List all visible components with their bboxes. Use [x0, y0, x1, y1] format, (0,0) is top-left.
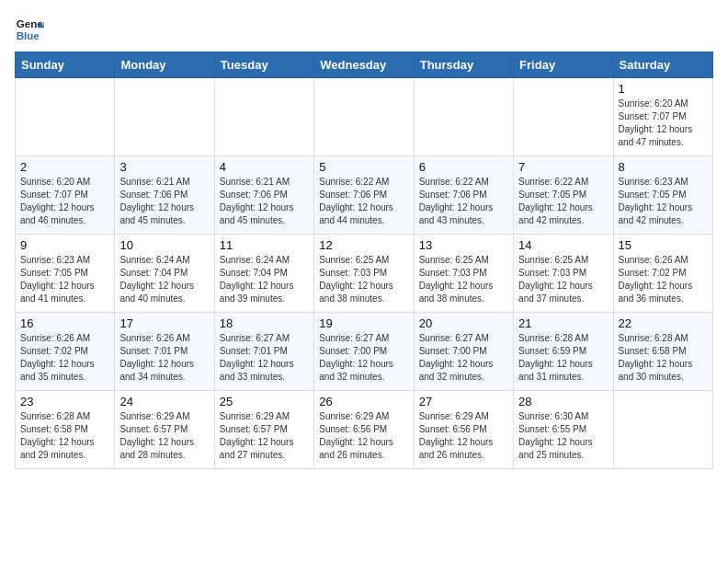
day-number: 14 [518, 238, 608, 252]
day-number: 21 [518, 316, 608, 330]
day-info: Sunrise: 6:25 AM Sunset: 7:03 PM Dayligh… [419, 254, 508, 305]
day-of-week-header: Sunday [16, 52, 115, 78]
logo-icon: General Blue [15, 15, 44, 44]
day-number: 23 [20, 395, 109, 408]
calendar-cell: 2Sunrise: 6:20 AM Sunset: 7:07 PM Daylig… [16, 156, 115, 235]
calendar-cell: 12Sunrise: 6:25 AM Sunset: 7:03 PM Dayli… [314, 235, 414, 313]
day-info: Sunrise: 6:28 AM Sunset: 6:59 PM Dayligh… [518, 332, 608, 384]
calendar-cell: 21Sunrise: 6:28 AM Sunset: 6:59 PM Dayli… [514, 313, 613, 391]
calendar-week-row: 2Sunrise: 6:20 AM Sunset: 7:07 PM Daylig… [16, 156, 713, 235]
day-of-week-header: Wednesday [314, 52, 414, 78]
day-number: 10 [119, 238, 209, 252]
day-info: Sunrise: 6:29 AM Sunset: 6:57 PM Dayligh… [220, 410, 309, 462]
calendar-week-row: 9Sunrise: 6:23 AM Sunset: 7:05 PM Daylig… [16, 235, 713, 313]
day-info: Sunrise: 6:22 AM Sunset: 7:05 PM Dayligh… [518, 176, 608, 227]
day-info: Sunrise: 6:27 AM Sunset: 7:00 PM Dayligh… [419, 332, 508, 384]
day-number: 27 [419, 395, 508, 408]
day-of-week-header: Tuesday [214, 52, 313, 78]
calendar-cell [214, 78, 313, 156]
calendar-cell: 9Sunrise: 6:23 AM Sunset: 7:05 PM Daylig… [16, 235, 115, 313]
calendar-cell: 7Sunrise: 6:22 AM Sunset: 7:05 PM Daylig… [514, 156, 613, 235]
calendar-cell: 25Sunrise: 6:29 AM Sunset: 6:57 PM Dayli… [214, 391, 313, 469]
calendar-cell: 20Sunrise: 6:27 AM Sunset: 7:00 PM Dayli… [414, 313, 513, 391]
calendar-cell: 27Sunrise: 6:29 AM Sunset: 6:56 PM Dayli… [414, 391, 513, 469]
calendar-cell: 18Sunrise: 6:27 AM Sunset: 7:01 PM Dayli… [214, 313, 313, 391]
calendar-cell: 8Sunrise: 6:23 AM Sunset: 7:05 PM Daylig… [613, 156, 712, 235]
day-info: Sunrise: 6:22 AM Sunset: 7:06 PM Dayligh… [319, 176, 408, 227]
calendar-cell [16, 78, 115, 156]
day-info: Sunrise: 6:28 AM Sunset: 6:58 PM Dayligh… [619, 332, 708, 384]
day-info: Sunrise: 6:21 AM Sunset: 7:06 PM Dayligh… [220, 176, 309, 227]
day-of-week-header: Monday [115, 52, 214, 78]
day-info: Sunrise: 6:25 AM Sunset: 7:03 PM Dayligh… [518, 254, 608, 305]
calendar-week-row: 23Sunrise: 6:28 AM Sunset: 6:58 PM Dayli… [16, 391, 713, 469]
day-info: Sunrise: 6:24 AM Sunset: 7:04 PM Dayligh… [220, 254, 309, 305]
calendar-cell: 10Sunrise: 6:24 AM Sunset: 7:04 PM Dayli… [115, 235, 214, 313]
day-info: Sunrise: 6:25 AM Sunset: 7:03 PM Dayligh… [319, 254, 408, 305]
day-info: Sunrise: 6:27 AM Sunset: 7:01 PM Dayligh… [220, 332, 309, 384]
day-info: Sunrise: 6:29 AM Sunset: 6:57 PM Dayligh… [119, 410, 209, 462]
calendar-cell: 6Sunrise: 6:22 AM Sunset: 7:06 PM Daylig… [414, 156, 513, 235]
day-info: Sunrise: 6:24 AM Sunset: 7:04 PM Dayligh… [119, 254, 209, 305]
day-number: 26 [319, 395, 408, 408]
day-info: Sunrise: 6:23 AM Sunset: 7:05 PM Dayligh… [20, 254, 109, 305]
day-number: 13 [419, 238, 508, 252]
day-number: 4 [220, 160, 309, 174]
calendar-cell: 26Sunrise: 6:29 AM Sunset: 6:56 PM Dayli… [314, 391, 414, 469]
day-info: Sunrise: 6:26 AM Sunset: 7:01 PM Dayligh… [119, 332, 209, 384]
calendar-cell: 14Sunrise: 6:25 AM Sunset: 7:03 PM Dayli… [514, 235, 613, 313]
day-info: Sunrise: 6:30 AM Sunset: 6:55 PM Dayligh… [518, 410, 608, 462]
calendar-header-row: SundayMondayTuesdayWednesdayThursdayFrid… [16, 52, 713, 78]
day-number: 11 [220, 238, 309, 252]
day-number: 16 [20, 316, 109, 330]
day-number: 3 [119, 160, 209, 174]
calendar-week-row: 16Sunrise: 6:26 AM Sunset: 7:02 PM Dayli… [16, 313, 713, 391]
day-number: 22 [619, 316, 708, 330]
calendar-week-row: 1Sunrise: 6:20 AM Sunset: 7:07 PM Daylig… [16, 78, 713, 156]
calendar-cell [115, 78, 214, 156]
day-of-week-header: Thursday [414, 52, 513, 78]
day-info: Sunrise: 6:23 AM Sunset: 7:05 PM Dayligh… [619, 176, 708, 227]
day-number: 2 [20, 160, 109, 174]
day-info: Sunrise: 6:22 AM Sunset: 7:06 PM Dayligh… [419, 176, 508, 227]
day-info: Sunrise: 6:20 AM Sunset: 7:07 PM Dayligh… [20, 176, 109, 227]
calendar-cell: 1Sunrise: 6:20 AM Sunset: 7:07 PM Daylig… [613, 78, 712, 156]
calendar-cell [414, 78, 513, 156]
calendar-cell [514, 78, 613, 156]
calendar-cell: 4Sunrise: 6:21 AM Sunset: 7:06 PM Daylig… [214, 156, 313, 235]
day-info: Sunrise: 6:28 AM Sunset: 6:58 PM Dayligh… [20, 410, 109, 462]
day-number: 7 [518, 160, 608, 174]
calendar-cell: 19Sunrise: 6:27 AM Sunset: 7:00 PM Dayli… [314, 313, 414, 391]
page-header: General Blue [15, 15, 713, 44]
calendar-cell: 11Sunrise: 6:24 AM Sunset: 7:04 PM Dayli… [214, 235, 313, 313]
day-number: 24 [119, 395, 209, 408]
day-number: 25 [220, 395, 309, 408]
day-number: 28 [518, 395, 608, 408]
day-number: 12 [319, 238, 408, 252]
day-number: 6 [419, 160, 508, 174]
day-number: 19 [319, 316, 408, 330]
calendar-cell [314, 78, 414, 156]
day-info: Sunrise: 6:26 AM Sunset: 7:02 PM Dayligh… [20, 332, 109, 384]
calendar-table: SundayMondayTuesdayWednesdayThursdayFrid… [15, 52, 713, 469]
calendar-cell: 28Sunrise: 6:30 AM Sunset: 6:55 PM Dayli… [514, 391, 613, 469]
day-of-week-header: Saturday [613, 52, 712, 78]
calendar-cell: 16Sunrise: 6:26 AM Sunset: 7:02 PM Dayli… [16, 313, 115, 391]
svg-text:Blue: Blue [17, 30, 40, 41]
day-info: Sunrise: 6:20 AM Sunset: 7:07 PM Dayligh… [619, 98, 708, 149]
calendar-cell: 17Sunrise: 6:26 AM Sunset: 7:01 PM Dayli… [115, 313, 214, 391]
day-of-week-header: Friday [514, 52, 613, 78]
day-info: Sunrise: 6:29 AM Sunset: 6:56 PM Dayligh… [419, 410, 508, 462]
day-number: 1 [619, 82, 708, 96]
day-info: Sunrise: 6:21 AM Sunset: 7:06 PM Dayligh… [119, 176, 209, 227]
day-number: 17 [119, 316, 209, 330]
day-number: 9 [20, 238, 109, 252]
calendar-cell: 24Sunrise: 6:29 AM Sunset: 6:57 PM Dayli… [115, 391, 214, 469]
day-info: Sunrise: 6:26 AM Sunset: 7:02 PM Dayligh… [619, 254, 708, 305]
day-number: 5 [319, 160, 408, 174]
day-number: 18 [220, 316, 309, 330]
day-number: 15 [619, 238, 708, 252]
calendar-cell: 22Sunrise: 6:28 AM Sunset: 6:58 PM Dayli… [613, 313, 712, 391]
calendar-cell: 15Sunrise: 6:26 AM Sunset: 7:02 PM Dayli… [613, 235, 712, 313]
calendar-cell: 5Sunrise: 6:22 AM Sunset: 7:06 PM Daylig… [314, 156, 414, 235]
